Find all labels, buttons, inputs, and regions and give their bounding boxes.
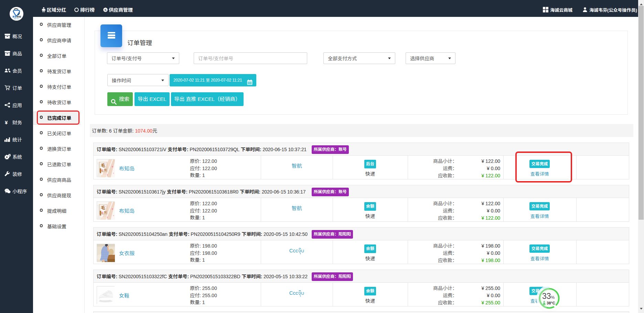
svg-text:海诚: 海诚 — [12, 15, 17, 18]
svg-text:S: S — [104, 8, 106, 11]
svg-text:脱: 脱 — [104, 168, 107, 171]
svg-text:脱: 脱 — [104, 210, 107, 214]
svg-text:NETHC: NETHC — [14, 18, 19, 20]
svg-text:世纪: 世纪 — [17, 15, 21, 18]
